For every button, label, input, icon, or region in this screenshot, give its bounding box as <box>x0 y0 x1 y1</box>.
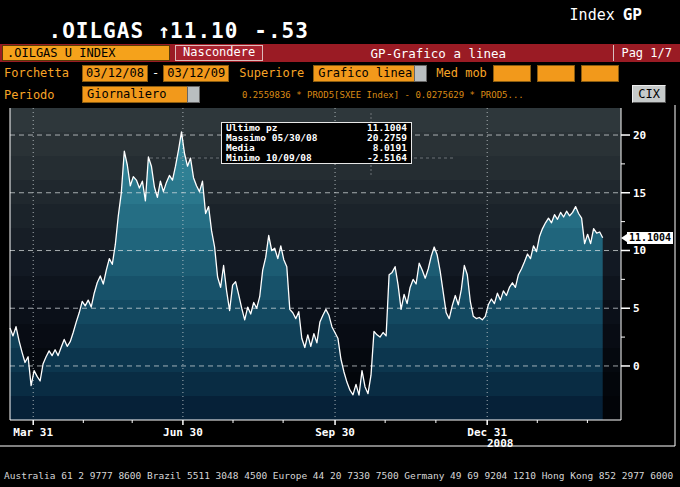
x-axis-year-label: 2008 <box>487 437 514 447</box>
y-axis-label: 20 <box>633 129 646 142</box>
chart-panel: 05101520Mar 31Jun 30Sep 30Dec 312008 Ult… <box>0 105 680 447</box>
x-axis-label: Sep 30 <box>315 426 355 439</box>
date-to-field[interactable]: 03/12/09 <box>163 65 229 82</box>
market-label: Index <box>570 6 615 24</box>
legend-value: -2.5164 <box>367 153 407 163</box>
date-separator: - <box>152 66 159 80</box>
chart-legend: Ultimo pz11.1004Massimo 05/30/0820.2759M… <box>221 122 412 164</box>
period-controls-row: Periodo Giornaliero 0.2559836 * PROD5[SX… <box>0 84 680 105</box>
custom-index-formula: 0.2559836 * PROD5[SXEE Index] - 0.027562… <box>242 90 524 100</box>
footer: Australia 61 2 9777 8600 Brazil 5511 304… <box>0 448 680 487</box>
chart-type-dropdown[interactable]: Grafico linea <box>313 65 427 82</box>
function-title-bar: .OILGAS U INDEX Nascondere GP-Grafico a … <box>0 44 680 62</box>
x-axis-label: Mar 31 <box>13 426 53 439</box>
y-axis-label: 0 <box>633 360 640 373</box>
range-label: Forchetta <box>4 66 82 80</box>
function-code: GP <box>623 5 642 24</box>
header-quote-line: .OILGAS↑11.10-.53 IndexGP <box>0 0 680 27</box>
chart-type-value[interactable]: Grafico linea <box>313 65 414 82</box>
security-field[interactable]: .OILGAS U INDEX <box>2 45 170 61</box>
cix-button[interactable]: CIX <box>632 85 666 103</box>
y-axis-label: 15 <box>633 187 646 200</box>
range-controls-row: Forchetta 03/12/08 - 03/12/09 Superiore … <box>0 62 680 84</box>
market-sector: IndexGP <box>570 5 642 24</box>
header-stats-line: At 14:15Op 12.05Hi 12.05Lo 10.89 <box>2 27 678 44</box>
page-indicator[interactable]: Pag 1/7 <box>613 45 679 61</box>
moving-average-label: Med mob <box>436 66 487 80</box>
x-axis-label: Jun 30 <box>163 426 203 439</box>
legend-label: Minimo 10/09/08 <box>226 153 312 163</box>
y-axis-label: 10 <box>633 244 646 257</box>
footer-phones-line1: Australia 61 2 9777 8600 Brazil 5511 304… <box>0 470 680 481</box>
period-value[interactable]: Giornaliero <box>82 86 187 103</box>
period-dropdown[interactable]: Giornaliero <box>82 86 200 103</box>
page-title: GP-Grafico a linea <box>263 46 613 61</box>
chart-type-scrollbar[interactable] <box>414 65 427 82</box>
y-axis-label: 5 <box>633 302 640 315</box>
hide-button[interactable]: Nascondere <box>175 45 263 61</box>
last-price-callout: 11.1004 <box>627 232 673 244</box>
moving-average-field-2[interactable] <box>537 65 575 82</box>
date-from-field[interactable]: 03/12/08 <box>82 65 148 82</box>
moving-average-field-3[interactable] <box>581 65 619 82</box>
period-scrollbar[interactable] <box>187 86 200 103</box>
moving-average-field-1[interactable] <box>493 65 531 82</box>
legend-row: Minimo 10/09/08-2.5164 <box>222 153 411 163</box>
bloomberg-terminal-screen: .OILGAS↑11.10-.53 IndexGP At 14:15Op 12.… <box>0 0 680 487</box>
upper-label: Superiore <box>239 66 304 80</box>
period-label: Periodo <box>4 88 82 102</box>
